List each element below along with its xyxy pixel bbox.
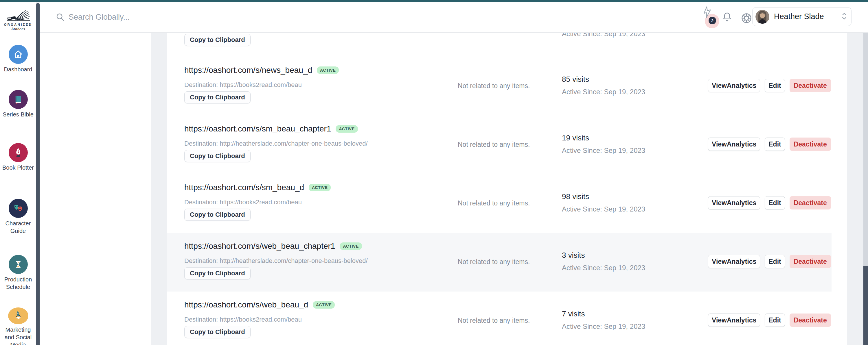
search-icon [56, 13, 64, 23]
header: 2 [40, 2, 868, 33]
user-menu[interactable]: Heather Slade [752, 7, 851, 26]
row-actions: ViewAnalytics Edit Deactivate [708, 138, 831, 151]
visits-count: 98 visits [562, 192, 589, 201]
active-since-text: Active Since: Sep 19, 2023 [562, 205, 645, 213]
related-items-text: Not related to any items. [458, 258, 530, 266]
copy-to-clipboard-button[interactable]: Copy to Clipboard [184, 91, 251, 103]
view-analytics-button[interactable]: ViewAnalytics [708, 196, 760, 209]
copy-to-clipboard-button[interactable]: Copy to Clipboard [184, 34, 251, 46]
active-since-text: Active Since: Sep 19, 2023 [562, 88, 645, 96]
deactivate-button[interactable]: Deactivate [789, 138, 831, 151]
sidebar-item-label: Character Guide [0, 219, 36, 235]
sidebar-item-label: Dashboard [0, 66, 36, 73]
deactivate-button[interactable]: Deactivate [789, 196, 831, 209]
sidebar-item-series-bible[interactable]: Series Bible [0, 90, 36, 118]
app-logo: ORGANIZED Authors [0, 9, 36, 32]
active-since-text: Active Since: Sep 19, 2023 [562, 146, 645, 154]
copy-to-clipboard-button[interactable]: Copy to Clipboard [184, 326, 251, 338]
status-badge: ACTIVE [340, 242, 362, 250]
visits-count: 7 visits [562, 309, 585, 318]
related-items-text: Not related to any items. [458, 199, 530, 207]
sidebar-item-label: Book Plotter [0, 164, 36, 171]
copy-to-clipboard-button[interactable]: Copy to Clipboard [184, 209, 251, 221]
hourglass-icon [9, 255, 28, 274]
destination-text: Destination: http://heatherslade.com/cha… [184, 140, 368, 147]
short-url: https://oashort.com/s/web_beau_d [184, 300, 308, 309]
link-row: https://oashort.com/s/sm_beau_d ACTIVE D… [167, 174, 847, 233]
sidebar: ORGANIZED Authors Dashboard Series Bible [0, 2, 36, 345]
deactivate-button[interactable]: Deactivate [789, 255, 831, 268]
sidebar-divider [36, 3, 40, 345]
top-accent-bar [0, 0, 868, 2]
deactivate-button[interactable]: Deactivate [789, 79, 831, 92]
notification-count-badge: 2 [709, 17, 716, 24]
sidebar-item-marketing-social[interactable]: Marketing and Social Media [0, 307, 36, 345]
destination-text: Destination: https://books2read.com/beau [184, 81, 302, 89]
theater-masks-icon [9, 199, 28, 218]
row-actions: ViewAnalytics Edit Deactivate [708, 196, 831, 209]
sidebar-item-book-plotter[interactable]: Book Plotter [0, 143, 36, 171]
status-badge: ACTIVE [313, 301, 335, 309]
edit-button[interactable]: Edit [765, 138, 785, 151]
short-url: https://oashort.com/s/sm_beau_d [184, 183, 304, 192]
global-search-input[interactable] [69, 2, 329, 32]
scrollbar-thumb[interactable] [863, 266, 868, 345]
active-since-text: Active Since: Sep 19, 2023 [562, 322, 645, 331]
sidebar-item-label: Marketing and Social Media [0, 326, 36, 345]
edit-button[interactable]: Edit [765, 255, 785, 268]
short-url: https://oashort.com/s/news_beau_d [184, 66, 312, 75]
open-book-logo-icon [0, 9, 36, 22]
status-badge: ACTIVE [309, 184, 331, 191]
user-name: Heather Slade [774, 12, 837, 21]
home-icon [9, 45, 28, 64]
copy-to-clipboard-button[interactable]: Copy to Clipboard [184, 150, 251, 162]
view-analytics-button[interactable]: ViewAnalytics [708, 138, 760, 151]
help-lifebuoy-icon[interactable] [741, 12, 752, 25]
view-analytics-button[interactable]: ViewAnalytics [708, 79, 760, 92]
bell-icon[interactable] [722, 11, 733, 25]
logo-text-organized: ORGANIZED [0, 23, 36, 26]
link-row: https://oashort.com/s/web_beau_d ACTIVE … [167, 291, 847, 345]
edit-button[interactable]: Edit [765, 196, 785, 209]
link-row: https://oashort.com/s/sm_beau_chapter1 A… [167, 115, 847, 174]
row-actions: ViewAnalytics Edit Deactivate [708, 313, 831, 327]
link-row: https://oashort.com/s/web_beau_chapter1 … [167, 233, 847, 291]
sidebar-item-production-schedule[interactable]: Production Schedule [0, 255, 36, 291]
edit-button[interactable]: Edit [765, 313, 785, 327]
related-items-text: Not related to any items. [458, 317, 530, 324]
visits-count: 3 visits [562, 251, 585, 260]
related-items-text: Not related to any items. [458, 82, 530, 90]
related-items-text: Not related to any items. [458, 141, 530, 148]
deactivate-button[interactable]: Deactivate [789, 313, 831, 327]
link-rows-container: https://oashort.com/s/news_beau_d ACTIVE… [167, 57, 847, 345]
rocket-icon [8, 307, 28, 324]
active-since-text: Active Since: Sep 19, 2023 [562, 264, 645, 272]
sidebar-item-dashboard[interactable]: Dashboard [0, 45, 36, 73]
logo-text-authors: Authors [0, 27, 36, 32]
avatar [755, 10, 769, 24]
destination-text: Destination: http://heatherslade.com/cha… [184, 257, 368, 265]
chevron-up-down-icon [841, 12, 847, 22]
row-actions: ViewAnalytics Edit Deactivate [708, 255, 831, 268]
view-analytics-button[interactable]: ViewAnalytics [708, 313, 760, 327]
destination-text: Destination: https://books2read.com/beau [184, 199, 302, 206]
edit-button[interactable]: Edit [765, 79, 785, 92]
visits-count: 19 visits [562, 134, 589, 142]
content-left-panel [40, 33, 151, 345]
view-analytics-button[interactable]: ViewAnalytics [708, 255, 760, 268]
short-url: https://oashort.com/s/web_beau_chapter1 [184, 242, 335, 251]
copy-to-clipboard-button[interactable]: Copy to Clipboard [184, 267, 251, 279]
sidebar-item-label: Series Bible [0, 111, 36, 118]
sidebar-item-label: Production Schedule [0, 276, 36, 291]
destination-text: Destination: https://books2read.com/beau [184, 316, 302, 323]
sidebar-item-character-guide[interactable]: Character Guide [0, 199, 36, 235]
book-icon [9, 90, 28, 109]
short-url: https://oashort.com/s/sm_beau_chapter1 [184, 124, 331, 134]
visits-count: 85 visits [562, 75, 589, 84]
row-actions: ViewAnalytics Edit Deactivate [708, 79, 831, 92]
status-badge: ACTIVE [317, 66, 339, 74]
pen-nib-icon [9, 143, 28, 162]
link-row: https://oashort.com/s/news_beau_d ACTIVE… [167, 57, 847, 115]
app-root: ORGANIZED Authors Dashboard Series Bible [0, 0, 868, 345]
status-badge: ACTIVE [336, 125, 358, 133]
